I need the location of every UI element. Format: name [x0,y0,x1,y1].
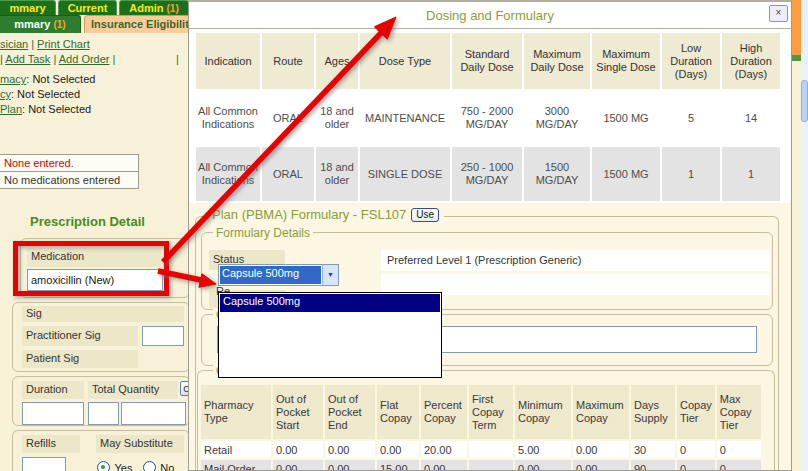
allergies-none-entered: None entered. [0,155,138,172]
copay-cell [469,441,513,458]
tab-label: Insurance Eligibility [91,18,195,30]
duration-input[interactable] [22,402,84,425]
tab-admin[interactable]: Admin (1) [119,0,189,15]
vertical-scrollbar[interactable] [801,0,808,471]
physician-link[interactable]: sician [0,38,28,50]
copay-cell: 0 [717,460,761,471]
refills-input[interactable] [22,457,66,471]
dosing-cell: All Common Indications [196,147,260,201]
copay-cell: 0.00 [573,460,629,471]
copay-cell: 20.00 [421,441,467,458]
copay-cell: 0 [717,441,761,458]
copay-header-cell: Maximum Copay [573,385,629,439]
radio-dot-icon [101,465,105,469]
tab-summary-top[interactable]: mmary [0,0,56,15]
add-order-link[interactable]: Add Order [59,53,110,65]
copay-cell: 0 [677,460,715,471]
dose-form-combobox[interactable]: Capsule 500mg ▼ [218,264,339,286]
combobox-selected-value: Capsule 500mg [220,266,321,284]
dosing-cell: MAINTENANCE [360,91,450,145]
page-border-edge [792,55,801,61]
add-task-link[interactable]: Add Task [5,53,50,65]
insurance-tab-edge [792,0,801,55]
copay-cell: 30 [631,441,675,458]
patient-sig-label: Patient Sig [22,350,138,368]
dropdown-item-selected[interactable]: Capsule 500mg [220,294,440,312]
tab-current[interactable]: Current [58,0,117,15]
tab-insurance-eligibility[interactable]: Insurance Eligibility [84,15,202,33]
duration-label: Duration [22,381,84,399]
plan-link[interactable]: Plan [0,103,22,115]
dosing-header-cell: Route [262,33,314,89]
copay-cell: 0.00 [421,460,467,471]
dosing-header-cell: High Duration (Days) [722,33,780,89]
copay-cell: 0.00 [325,441,375,458]
pharmacy-link[interactable]: macy [0,73,26,85]
link-line-tasks: | Add Task | Add Order | [0,53,115,65]
dosing-header-cell: Dose Type [360,33,450,89]
formulary-details-legend: Formulary Details [213,226,313,240]
pharmacy-line: macy: Not Selected [0,73,95,85]
copay-cell: 0.00 [573,441,629,458]
dosing-cell: 18 and older [316,147,358,201]
practitioner-sig-label: Practitioner Sig [22,326,138,346]
scrollbar-thumb[interactable] [801,80,808,122]
copay-header-cell: Out of Pocket Start [273,385,323,439]
copay-cell: 0.00 [273,441,323,458]
separator: | [28,38,37,50]
dosing-cell: 1500 MG [592,147,660,201]
dosing-cell: 5 [662,91,720,145]
copay-table: Pharmacy Type Out of Pocket Start Out of… [199,383,763,471]
no-radio-label: No [160,462,174,471]
dosing-cell: ORAL [262,147,314,201]
dosing-cell: 1 [722,147,780,201]
dosing-cell: 1 [662,147,720,201]
no-medications-entered: No medications entered [0,172,138,188]
use-button[interactable]: Use [411,208,439,222]
tab-label: Admin [129,2,166,14]
right-edge-strip [792,0,808,471]
dosing-cell: 14 [722,91,780,145]
copay-row-retail: Retail 0.00 0.00 0.00 20.00 5.00 0.00 30… [201,441,761,458]
may-substitute-label: May Substitute [96,435,184,453]
status-value: Preferred Level 1 (Prescription Generic) [381,250,769,271]
dosing-row: All Common Indications ORAL 18 and older… [196,91,780,145]
separator: | [176,53,179,65]
dosing-cell: 18 and older [316,91,358,145]
separator: | [110,53,116,65]
tab-count-badge: (1) [167,3,179,14]
no-radio[interactable] [143,461,156,471]
agency-status: : Not Selected [11,88,80,100]
dose-form-dropdown-list: Capsule 500mg [218,292,442,378]
dosing-header-row: Indication Route Ages Dose Type Standard… [196,33,780,89]
copay-header-cell: Out of Pocket End [325,385,375,439]
dosing-row: All Common Indications ORAL 18 and older… [196,147,780,201]
dosing-table: Indication Route Ages Dose Type Standard… [194,31,782,203]
copay-cell: Mail Order [201,460,271,471]
agency-link[interactable]: cy [0,88,11,100]
dosing-cell: 1500 MG/DAY [524,147,590,201]
plan-formulary-heading-text: Plan (PBMA) Formulary - FSL107 [212,207,406,222]
total-quantity-unit-input[interactable] [121,402,186,425]
dialog-title: Dosing and Formulary [189,8,791,23]
copay-header-cell: Minimum Copay [515,385,571,439]
dosing-header-cell: Low Duration (Days) [662,33,720,89]
practitioner-sig-input[interactable] [142,326,184,346]
copay-header-cell: Pharmacy Type [201,385,271,439]
link-line-physician: sician | Print Chart [0,38,90,50]
yes-radio[interactable] [97,461,110,471]
left-panel: mmary Current Admin (1) mmary (1) Insura… [0,0,188,471]
plan-formulary-heading: Plan (PBMA) Formulary - FSL107 Use [207,207,444,222]
chevron-down-icon[interactable]: ▼ [322,265,338,285]
tab-label: mmary [14,18,53,30]
separator: | [50,53,58,65]
medication-highlight-box [13,241,169,296]
tab-summary-selected[interactable]: mmary (1) [0,15,81,33]
dosing-cell: SINGLE DOSE [360,147,450,201]
copay-cell: 0.00 [377,441,419,458]
dialog-header: Dosing and Formulary × [189,2,791,29]
print-chart-link[interactable]: Print Chart [37,38,90,50]
total-quantity-input[interactable] [88,402,119,425]
dosing-cell: 3000 MG/DAY [524,91,590,145]
close-icon[interactable]: × [769,5,788,22]
